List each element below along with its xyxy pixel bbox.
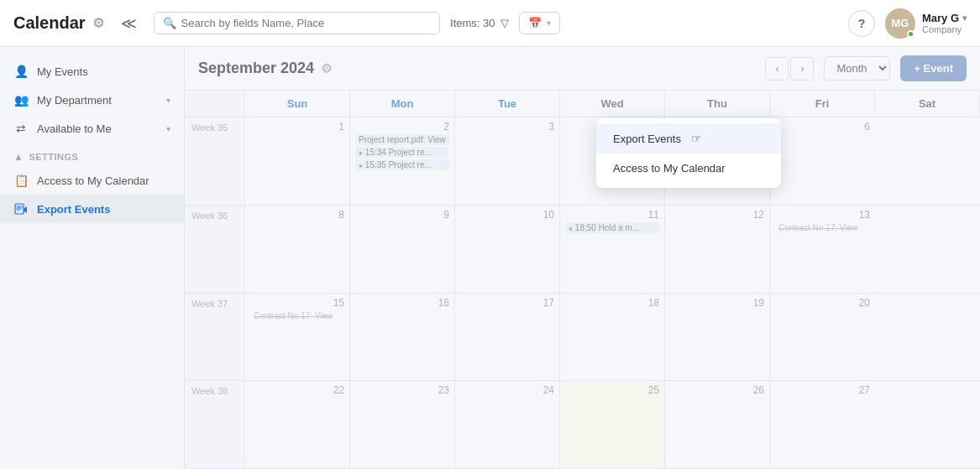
export-icon: [13, 201, 29, 216]
date-12: 12: [670, 209, 764, 221]
event-hold-meeting[interactable]: 18:50 Hold a m...: [565, 222, 659, 233]
date-11: 11: [565, 209, 659, 221]
event-1535[interactable]: 15:35 Project re...: [355, 159, 449, 170]
days-header: Sun Mon Tue Wed Thu Fri Sat: [185, 91, 980, 117]
header-mon: Mon: [350, 91, 455, 117]
app-container: Calendar ⚙ ≪ 🔍 Items: 30 ▽ 📅 ▾ ? MG: [0, 0, 980, 469]
search-icon: 🔍: [163, 17, 176, 29]
next-button[interactable]: ›: [790, 57, 814, 81]
event-contract-15[interactable]: Contract No.17: View: [250, 310, 344, 321]
sidebar-label-access-calendar: Access to My Calendar: [37, 175, 149, 187]
date-25: 25: [565, 384, 659, 396]
items-count: Items: 30 ▽: [450, 17, 508, 29]
date-22: 22: [250, 384, 344, 396]
calendar-small-icon: 📋: [13, 173, 29, 188]
date-13: 13: [775, 209, 870, 221]
search-input[interactable]: [181, 17, 431, 29]
date-23: 23: [355, 384, 449, 396]
cell-sep-6: 6: [770, 117, 875, 205]
main-area: 👤 My Events 👥 My Department ▾ ⇄ Availabl…: [0, 47, 980, 469]
calendar-title-text: September 2024: [198, 60, 314, 77]
group-icon: 👥: [13, 92, 29, 107]
cell-sep-25-today: 25: [560, 381, 665, 468]
cursor-icon: ☞: [691, 132, 702, 145]
header-wed: Wed: [560, 91, 665, 117]
date-15: 15: [250, 297, 344, 309]
view-select[interactable]: Month: [824, 56, 890, 81]
week-label-38: Week 38: [185, 381, 245, 468]
user-name-text: Mary G: [922, 12, 959, 24]
add-event-button[interactable]: + Event: [900, 55, 967, 81]
sidebar-item-my-events[interactable]: 👤 My Events: [0, 57, 184, 86]
view-toggle[interactable]: 📅 ▾: [519, 12, 560, 34]
cell-sep-24: 24: [455, 381, 560, 468]
date-17: 17: [460, 297, 554, 309]
dropdown-item-export-events[interactable]: Export Events ☞: [596, 123, 781, 154]
title-text: Calendar: [13, 13, 86, 33]
settings-section-label: SETTINGS: [29, 152, 78, 162]
date-26: 26: [670, 384, 764, 396]
cell-sep-27: 27: [770, 381, 875, 468]
event-contract-13[interactable]: Contract No.17: View: [775, 222, 870, 233]
user-area[interactable]: MG Mary G ▾ Company: [885, 8, 967, 39]
top-bar: Calendar ⚙ ≪ 🔍 Items: 30 ▽ 📅 ▾ ? MG: [0, 0, 980, 47]
event-1534[interactable]: 15:34 Project re...: [355, 147, 449, 158]
help-button[interactable]: ?: [848, 10, 875, 37]
calendar-content: September 2024 ⚙ ‹ › Month + Event Sun: [185, 47, 980, 469]
calendar-settings-icon[interactable]: ⚙: [321, 61, 332, 76]
cell-sep-8: 8: [245, 206, 350, 293]
date-6: 6: [775, 121, 870, 133]
svg-rect-0: [15, 204, 24, 214]
items-count-text: Items: 30: [450, 17, 495, 29]
cell-sep-11: 11 18:50 Hold a m...: [560, 206, 665, 293]
cell-sep-2: 2 Project report.pdf: View 15:34 Project…: [350, 117, 455, 205]
user-info: Mary G ▾ Company: [922, 12, 967, 34]
sidebar-item-my-department[interactable]: 👥 My Department ▾: [0, 86, 184, 114]
cell-sep-9: 9: [350, 206, 455, 293]
date-3: 3: [460, 121, 554, 133]
date-20: 20: [775, 297, 870, 309]
sidebar-label-available: Available to Me: [37, 122, 112, 135]
sidebar-label-export-events: Export Events: [37, 203, 110, 216]
header-sun: Sun: [245, 91, 350, 117]
settings-section-header: ▲ SETTINGS: [0, 143, 184, 166]
week-label-36: Week 36: [185, 206, 245, 293]
cell-sep-3: 3: [455, 117, 560, 205]
avatar-initials: MG: [891, 17, 909, 29]
sidebar-item-access-to-calendar[interactable]: 📋 Access to My Calendar: [0, 166, 184, 195]
cell-sep-1: 1: [245, 117, 350, 205]
week-label-37: Week 37: [185, 294, 245, 381]
week-col-header: [185, 91, 245, 117]
date-2: 2: [355, 121, 449, 133]
sidebar-item-available-to-me[interactable]: ⇄ Available to Me ▾: [0, 114, 184, 143]
settings-section-icon: ▲: [13, 151, 24, 163]
header-tue: Tue: [455, 91, 560, 117]
cell-sep-17: 17: [455, 294, 560, 381]
user-chevron-icon: ▾: [962, 13, 967, 23]
calendar-grid: Sun Mon Tue Wed Thu Fri Sat Week 35 1: [185, 91, 980, 469]
app-title: Calendar ⚙: [13, 13, 104, 33]
calendar-title: September 2024 ⚙: [198, 60, 332, 77]
swap-icon: ⇄: [13, 121, 29, 136]
cell-sep-10: 10: [455, 206, 560, 293]
search-box: 🔍: [154, 12, 440, 34]
date-27: 27: [775, 384, 870, 396]
date-16: 16: [355, 297, 449, 309]
event-project-report[interactable]: Project report.pdf: View: [355, 134, 449, 145]
prev-button[interactable]: ‹: [765, 57, 789, 81]
date-9: 9: [355, 209, 449, 221]
header-fri: Fri: [770, 91, 875, 117]
date-24: 24: [460, 384, 554, 396]
calendar-view-icon: 📅: [528, 17, 542, 29]
filter-icon[interactable]: ▽: [500, 17, 509, 29]
sidebar-item-export-events[interactable]: Export Events: [0, 195, 184, 223]
user-status-indicator: [907, 30, 914, 38]
dropdown-item-access-calendar[interactable]: Access to My Calendar: [596, 154, 781, 183]
cell-sep-15: 15 Contract No.17: View: [245, 294, 350, 381]
dropdown-menu: Export Events ☞ Access to My Calendar: [596, 118, 781, 188]
settings-gear-icon[interactable]: ⚙: [92, 15, 104, 31]
user-company-text: Company: [922, 24, 967, 34]
week-label-35: Week 35: [185, 117, 245, 205]
calendar-header: September 2024 ⚙ ‹ › Month + Event: [185, 47, 980, 91]
collapse-button[interactable]: ≪: [114, 11, 144, 36]
